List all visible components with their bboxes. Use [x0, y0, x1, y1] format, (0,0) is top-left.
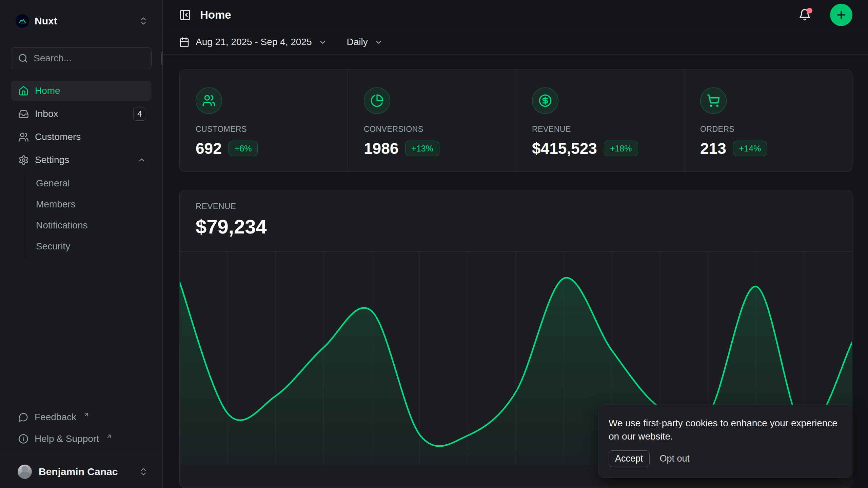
nuxt-logo-icon — [16, 14, 29, 28]
granularity-label: Daily — [347, 37, 368, 47]
gear-icon — [18, 155, 29, 165]
sidebar-item-notifications[interactable]: Notifications — [25, 215, 152, 236]
topbar: Home — [163, 0, 868, 30]
filters-toolbar: Aug 21, 2025 - Sep 4, 2025 Daily — [163, 30, 868, 55]
revenue-chart-label: REVENUE — [196, 202, 836, 211]
circle-dollar-icon — [532, 87, 558, 114]
panel-left-close-icon — [179, 9, 191, 21]
stat-delta-badge: +14% — [733, 141, 767, 156]
notifications-button[interactable] — [798, 8, 811, 21]
collapse-sidebar-button[interactable] — [179, 9, 191, 21]
search-input[interactable] — [34, 53, 156, 64]
users-icon — [196, 87, 222, 114]
stat-label: CUSTOMERS — [196, 125, 332, 134]
sidebar: Nuxt ⌘ K Home Inbo — [0, 0, 163, 488]
sidebar-footer: Feedback Help & Support — [11, 409, 152, 455]
stat-delta-badge: +18% — [604, 141, 638, 156]
stat-value: 1986 — [364, 139, 398, 158]
users-icon — [18, 132, 29, 142]
inbox-count-badge: 4 — [133, 107, 146, 121]
stat-conversions[interactable]: CONVERSIONS 1986 +13% — [348, 70, 516, 171]
user-menu[interactable]: Benjamin Canac — [0, 455, 162, 488]
sidebar-nav: Home Inbox 4 Customers Settings — [11, 81, 152, 257]
pie-chart-icon — [364, 87, 390, 114]
plus-icon — [835, 9, 847, 21]
sidebar-item-label: Home — [35, 85, 146, 96]
arrow-up-right-icon — [83, 411, 90, 418]
stat-label: ORDERS — [700, 125, 836, 134]
sidebar-item-label: Inbox — [35, 108, 127, 119]
cookie-message: We use first-party cookies to enhance yo… — [609, 416, 840, 443]
chevron-down-icon — [374, 38, 383, 47]
page-title: Home — [200, 8, 790, 21]
workspace-name: Nuxt — [35, 15, 133, 27]
chevrons-up-down-icon — [139, 467, 148, 476]
help-support-link[interactable]: Help & Support — [11, 430, 152, 447]
user-name: Benjamin Canac — [39, 466, 132, 477]
house-icon — [18, 86, 29, 96]
avatar — [18, 465, 32, 479]
cookie-banner: We use first-party cookies to enhance yo… — [598, 405, 852, 478]
stat-revenue[interactable]: REVENUE $415,523 +18% — [516, 70, 684, 171]
sidebar-item-general[interactable]: General — [25, 173, 152, 194]
info-icon — [18, 434, 28, 444]
arrow-up-right-icon — [106, 433, 112, 440]
stats-card: CUSTOMERS 692 +6% CONVERSIONS 1986 +13% — [179, 69, 852, 172]
search-box[interactable]: ⌘ K — [11, 47, 152, 69]
settings-subnav: General Members Notifications Security — [25, 173, 152, 257]
feedback-link[interactable]: Feedback — [11, 409, 152, 426]
cookie-optout-button[interactable]: Opt out — [660, 453, 690, 464]
calendar-icon — [179, 37, 190, 47]
date-range-label: Aug 21, 2025 - Sep 4, 2025 — [196, 37, 312, 47]
sidebar-spacer — [11, 257, 152, 409]
stat-label: REVENUE — [532, 125, 668, 134]
revenue-chart-value: $79,234 — [196, 215, 836, 238]
stat-delta-badge: +6% — [229, 141, 258, 156]
sidebar-item-label: Settings — [35, 155, 131, 165]
chevron-up-icon — [137, 156, 146, 164]
app: Nuxt ⌘ K Home Inbo — [0, 0, 868, 488]
search-icon — [18, 53, 28, 63]
sidebar-item-home[interactable]: Home — [11, 81, 152, 101]
stat-label: CONVERSIONS — [364, 125, 500, 134]
stat-orders[interactable]: ORDERS 213 +14% — [684, 70, 852, 171]
sidebar-item-label: Customers — [35, 131, 146, 142]
stat-value: $415,523 — [532, 139, 597, 158]
stat-customers[interactable]: CUSTOMERS 692 +6% — [180, 70, 348, 171]
chevron-down-icon — [318, 38, 327, 47]
granularity-select[interactable]: Daily — [347, 37, 383, 47]
inbox-icon — [18, 109, 29, 119]
sidebar-item-security[interactable]: Security — [25, 236, 152, 257]
sidebar-item-settings[interactable]: Settings — [11, 150, 152, 170]
stat-value: 213 — [700, 139, 726, 158]
chevrons-up-down-icon — [139, 16, 148, 26]
date-range-picker[interactable]: Aug 21, 2025 - Sep 4, 2025 — [179, 37, 327, 47]
stat-value: 692 — [196, 139, 222, 158]
help-support-label: Help & Support — [35, 433, 99, 444]
add-button[interactable] — [830, 4, 852, 26]
message-circle-icon — [18, 412, 28, 422]
sidebar-item-inbox[interactable]: Inbox 4 — [11, 104, 152, 124]
stat-delta-badge: +13% — [405, 141, 439, 156]
cookie-accept-button[interactable]: Accept — [609, 450, 650, 467]
shopping-cart-icon — [700, 87, 727, 114]
notification-dot — [807, 8, 812, 14]
sidebar-item-members[interactable]: Members — [25, 194, 152, 215]
workspace-switcher[interactable]: Nuxt — [11, 12, 152, 30]
sidebar-item-customers[interactable]: Customers — [11, 127, 152, 147]
feedback-label: Feedback — [35, 412, 76, 423]
